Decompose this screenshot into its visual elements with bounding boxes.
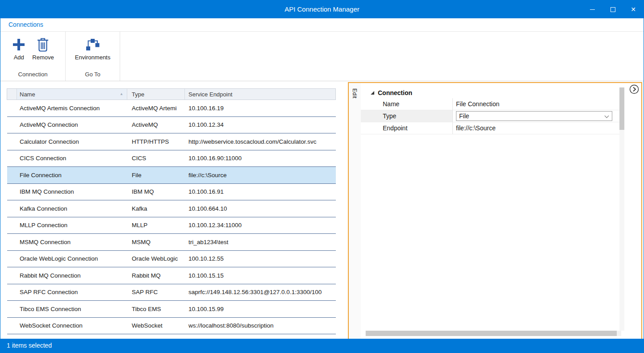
property-label-type: Type xyxy=(361,110,452,122)
trash-icon xyxy=(36,37,50,53)
chevron-right-icon xyxy=(629,84,639,94)
edit-tab[interactable]: Edit xyxy=(349,83,361,339)
horizontal-scrollbar[interactable] xyxy=(365,331,621,336)
environments-button-label: Environments xyxy=(75,54,110,61)
table-row[interactable]: Kafka ConnectionKafka10.100.664.10 xyxy=(7,200,336,217)
property-row-endpoint: Endpoint file://c:\Source xyxy=(361,122,620,134)
table-row[interactable]: MLLP ConnectionMLLP10.100.12.34:11000 xyxy=(7,217,336,234)
cell-type: Kafka xyxy=(127,200,185,217)
table-row[interactable]: File ConnectionFilefile://c:\Source xyxy=(7,167,336,184)
type-dropdown-value: File xyxy=(459,112,469,120)
cell-name: Oracle WebLogic Connection xyxy=(7,251,127,267)
table-row[interactable]: Rabbit MQ ConnectionRabbit MQ10.100.15.1… xyxy=(7,267,336,284)
vertical-scrollbar-thumb[interactable] xyxy=(619,87,624,130)
cell-endpoint: tri_ab1234\test xyxy=(185,234,336,250)
table-row[interactable]: MSMQ ConnectionMSMQtri_ab1234\test xyxy=(7,234,336,251)
cell-name: MLLP Connection xyxy=(7,217,127,234)
ribbon-group-connection-label: Connection xyxy=(0,71,65,81)
property-label-endpoint: Endpoint xyxy=(361,122,452,134)
caption-buttons: ✕ xyxy=(582,0,644,18)
column-header-type[interactable]: Type xyxy=(127,89,185,100)
cell-name: IBM MQ Connection xyxy=(7,184,127,200)
property-row-type: Type File xyxy=(361,110,620,122)
table-row[interactable]: Calculator ConnectionHTTP/HTTPShttp://we… xyxy=(7,133,336,150)
table-row[interactable]: Oracle WebLogic ConnectionOracle WebLogi… xyxy=(7,251,336,268)
column-header-label: Service Endpoint xyxy=(188,91,232,98)
cell-endpoint: 10.100.12.34:11000 xyxy=(185,217,336,234)
expander-icon xyxy=(371,91,374,95)
cell-endpoint: file://c:\Source xyxy=(185,167,336,183)
collapse-panel-button[interactable] xyxy=(629,84,639,94)
cell-endpoint: ws://localhost:8080/subscription xyxy=(185,318,336,334)
cell-type: HTTP/HTTPS xyxy=(127,133,185,150)
edit-panel: Edit Connection Name File Connection Typ… xyxy=(348,82,642,340)
name-value-field[interactable]: File Connection xyxy=(452,98,620,110)
horizontal-scrollbar-thumb[interactable] xyxy=(366,331,617,336)
row-indicator-header xyxy=(7,89,17,100)
table-row[interactable]: WebSocket ConnectionWebSocketws://localh… xyxy=(7,318,336,335)
cell-type: Oracle WebLogic xyxy=(127,251,185,267)
status-bar: 1 items selected xyxy=(0,339,644,353)
cell-type: ActiveMQ Artemi xyxy=(127,100,185,116)
cell-type: MSMQ xyxy=(127,234,185,250)
column-header-name[interactable]: Name ▲ xyxy=(17,89,127,100)
cell-endpoint: 10.100.664.10 xyxy=(185,200,336,217)
cell-type: ActiveMQ xyxy=(127,117,185,133)
cell-name: Tibco EMS Connection xyxy=(7,301,127,317)
property-rows: Name File Connection Type File Endpoint … xyxy=(361,98,620,134)
minimize-button[interactable] xyxy=(582,0,602,18)
vertical-scrollbar[interactable] xyxy=(619,87,624,331)
titlebar: API Connection Manager ✕ xyxy=(0,0,644,18)
edit-tab-label: Edit xyxy=(351,88,358,98)
cell-name: CICS Connection xyxy=(7,150,127,167)
environments-sitemap-icon xyxy=(85,37,100,53)
cell-endpoint: 10.100.15.15 xyxy=(185,267,336,284)
connections-table: Name ▲ Type Service Endpoint ActiveMQ Ar… xyxy=(7,88,336,334)
property-group-header[interactable]: Connection xyxy=(361,87,621,98)
sort-ascending-icon: ▲ xyxy=(120,92,123,96)
column-header-endpoint[interactable]: Service Endpoint xyxy=(185,89,335,100)
remove-button[interactable]: Remove xyxy=(29,36,56,62)
menubar: Connections xyxy=(0,18,644,32)
cell-endpoint: 10.100.15.99 xyxy=(185,301,336,317)
table-row[interactable]: Tibco EMS ConnectionTibco EMS10.100.15.9… xyxy=(7,301,336,318)
table-row[interactable]: SAP RFC ConnectionSAP RFCsaprfc://149.14… xyxy=(7,284,336,301)
table-header: Name ▲ Type Service Endpoint xyxy=(7,88,336,100)
cell-type: SAP RFC xyxy=(127,284,185,301)
cell-name: MSMQ Connection xyxy=(7,234,127,250)
cell-type: Rabbit MQ xyxy=(127,267,185,284)
cell-endpoint: 10.100.16.91 xyxy=(185,184,336,200)
property-label-name: Name xyxy=(361,98,452,110)
cell-name: Calculator Connection xyxy=(7,133,127,150)
cell-endpoint: 100.10.12.55 xyxy=(185,251,336,267)
property-grid: Connection Name File Connection Type Fil… xyxy=(361,83,621,328)
column-header-label: Name xyxy=(20,91,35,98)
tab-connections[interactable]: Connections xyxy=(8,18,43,31)
property-row-name: Name File Connection xyxy=(361,98,620,110)
type-dropdown[interactable]: File xyxy=(456,111,612,121)
table-row[interactable]: CICS ConnectionCICS10.100.16.90:11000 xyxy=(7,150,336,167)
minimize-icon xyxy=(590,9,595,10)
add-button[interactable]: Add xyxy=(9,36,29,62)
cell-type: CICS xyxy=(127,150,185,167)
status-text: 1 items selected xyxy=(7,342,52,349)
endpoint-value-field[interactable]: file://c:\Source xyxy=(452,122,620,134)
cell-name: File Connection xyxy=(7,167,127,183)
table-row[interactable]: ActiveMQ Artemis ConnectionActiveMQ Arte… xyxy=(7,100,336,117)
cell-type: IBM MQ xyxy=(127,184,185,200)
ribbon: Add Remove C xyxy=(0,32,644,81)
type-value-cell: File xyxy=(452,110,620,122)
maximize-button[interactable] xyxy=(602,0,623,18)
cell-name: ActiveMQ Artemis Connection xyxy=(7,100,127,116)
cell-type: File xyxy=(127,167,185,183)
table-row[interactable]: ActiveMQ ConnectionActiveMQ10.100.12.34 xyxy=(7,117,336,134)
remove-button-label: Remove xyxy=(32,54,54,61)
app-window: API Connection Manager ✕ Connections xyxy=(0,0,644,353)
close-button[interactable]: ✕ xyxy=(623,0,644,18)
cell-endpoint: 10.100.12.34 xyxy=(185,117,336,133)
table-row[interactable]: IBM MQ ConnectionIBM MQ10.100.16.91 xyxy=(7,184,336,201)
cell-name: WebSocket Connection xyxy=(7,318,127,334)
cell-endpoint: 10.100.16.19 xyxy=(185,100,336,116)
cell-name: Rabbit MQ Connection xyxy=(7,267,127,284)
environments-button[interactable]: Environments xyxy=(72,36,113,62)
